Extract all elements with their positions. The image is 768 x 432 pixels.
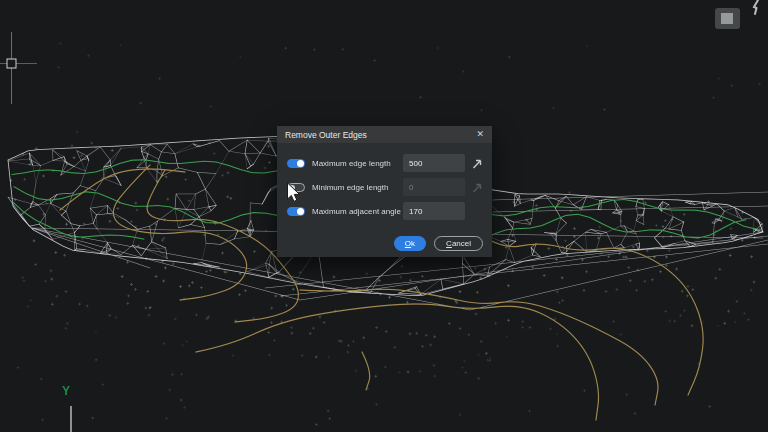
maximum-edge-length-toggle[interactable] <box>287 159 305 168</box>
close-icon[interactable]: ✕ <box>476 130 484 139</box>
pick-on-screen-icon-disabled <box>471 181 484 194</box>
ucs-y-label: Y <box>62 384 70 398</box>
cancel-button[interactable]: Cancel <box>434 236 483 251</box>
remove-outer-edges-dialog: Remove Outer Edges ✕ Maximum edge length… <box>277 126 492 257</box>
maximum-edge-length-label: Maximum edge length <box>312 159 403 168</box>
ucs-y-axis: Y <box>56 384 96 432</box>
minimum-edge-length-label: Minimum edge length <box>312 183 403 192</box>
corner-cursor-glyph <box>747 0 765 17</box>
dialog-title: Remove Outer Edges <box>285 130 367 140</box>
maximum-adjacent-angle-label: Maximum adjacent angle (d) <box>312 207 403 216</box>
maximum-adjacent-angle-toggle[interactable] <box>287 207 305 216</box>
row-maximum-adjacent-angle: Maximum adjacent angle (d) <box>287 201 484 221</box>
mouse-pointer-icon <box>286 182 302 204</box>
ok-button[interactable]: Ok <box>394 236 426 251</box>
pick-on-screen-icon[interactable] <box>471 157 484 170</box>
viewport-control-icon[interactable] <box>715 8 740 29</box>
dialog-buttons: Ok Cancel <box>394 236 483 251</box>
application-window: Y Remove Outer Edges ✕ Maximum edge leng… <box>0 0 768 432</box>
minimum-edge-length-input[interactable] <box>403 178 465 196</box>
maximum-adjacent-angle-input[interactable] <box>403 202 465 220</box>
row-maximum-edge-length: Maximum edge length <box>287 153 484 173</box>
dialog-titlebar[interactable]: Remove Outer Edges ✕ <box>277 126 492 143</box>
viewport-control-inner-square <box>721 13 733 24</box>
maximum-edge-length-input[interactable] <box>403 154 465 172</box>
crosshair-icon <box>0 28 46 106</box>
row-minimum-edge-length: Minimum edge length <box>287 177 484 197</box>
ucs-y-shaft <box>70 406 72 432</box>
